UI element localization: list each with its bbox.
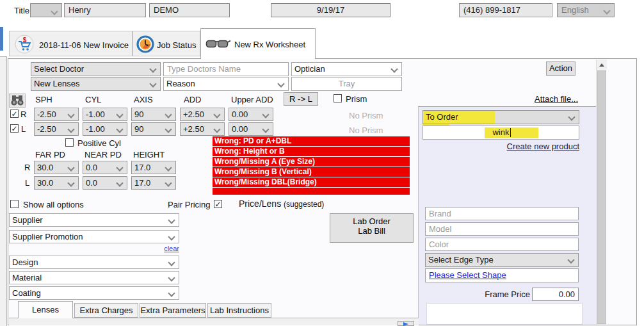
brand-input[interactable]: Brand [425, 207, 579, 220]
tab-job-status[interactable]: Job Status [133, 31, 200, 56]
upper-add-r-dropdown[interactable]: 0.00 [229, 108, 273, 121]
action-button[interactable]: Action [546, 61, 576, 76]
color-placeholder: Color [429, 240, 449, 249]
frame-price-input[interactable]: 0.00 [532, 288, 579, 301]
tab-lab-instructions[interactable]: Lab Instructions [207, 303, 271, 318]
sph-l-dropdown[interactable]: -2.50 [34, 122, 79, 136]
product-search-input[interactable]: wink [423, 126, 579, 140]
chevron-down-icon [213, 111, 220, 118]
add-r-dropdown[interactable]: +2.50 [180, 108, 225, 121]
supplier-value: Supplier [12, 215, 43, 225]
phone-field[interactable]: (416) 899-1817 [459, 3, 552, 17]
lab-order-button[interactable]: Lab Order Lab Bill [330, 213, 414, 243]
add-l-value: +2.50 [183, 124, 204, 134]
near-pd-r-dropdown[interactable]: 0.0 [83, 161, 127, 174]
chevron-down-icon [168, 289, 175, 297]
tab-lenses[interactable]: Lenses [18, 301, 73, 318]
no-prism-l-label: No Prism [349, 126, 383, 135]
error-bar: Wrong/Missing A (Eye Size) [213, 157, 410, 167]
select-doctor-dropdown[interactable]: Select Doctor [31, 62, 161, 76]
reason-dropdown[interactable]: Reason [163, 77, 289, 91]
height-r-dropdown[interactable]: 17.0 [131, 161, 176, 174]
chevron-down-icon [277, 80, 284, 87]
chevron-down-icon [116, 111, 123, 118]
error-bar: Wrong/Missing B (Vertical) [213, 167, 410, 177]
bottom-toolbar-button[interactable] [398, 321, 414, 326]
select-shape-link[interactable]: Please Select Shape [429, 270, 506, 280]
far-pd-l-dropdown[interactable]: 30.0 [34, 176, 79, 190]
last-name-field[interactable]: DEMO [149, 3, 230, 17]
coating-dropdown[interactable]: Coating [9, 286, 179, 300]
tab-new-invoice[interactable]: $ 2018-11-06 New Invoice [9, 31, 133, 56]
header-axis: AXIS [134, 95, 153, 104]
edge-type-value: Select Edge Type [428, 255, 494, 265]
add-r-value: +2.50 [183, 110, 204, 119]
optician-dropdown[interactable]: Optician [291, 62, 402, 76]
clear-link[interactable]: clear [115, 245, 179, 252]
no-prism-r-label: No Prism [349, 111, 383, 120]
positive-cyl-checkbox[interactable] [65, 138, 74, 147]
show-all-options-checkbox[interactable] [10, 200, 19, 208]
axis-l-dropdown[interactable]: 90 [131, 122, 176, 136]
pair-pricing-checkbox[interactable] [214, 200, 222, 208]
vertical-scrollbar[interactable] [596, 60, 606, 325]
scrollbar-thumb[interactable] [597, 70, 606, 324]
material-dropdown[interactable]: Material [9, 271, 179, 284]
supplier-dropdown[interactable]: Supplier [9, 213, 179, 227]
chevron-down-icon [567, 256, 574, 263]
color-input[interactable]: Color [425, 238, 579, 251]
model-input[interactable]: Model [425, 222, 579, 236]
product-status-value: To Order [426, 111, 458, 124]
attach-file-link[interactable]: Attach file... [508, 94, 578, 104]
tab-rx-worksheet[interactable]: New Rx Worksheet [200, 28, 316, 59]
eye-l-label: L [21, 124, 26, 134]
doctor-name-input[interactable]: Type Doctors Name [163, 62, 289, 76]
eye-r-checkbox[interactable] [10, 110, 19, 118]
near-pd-l-dropdown[interactable]: 0.0 [83, 176, 127, 190]
near-pd-l-value: 0.0 [86, 178, 97, 188]
edge-type-dropdown[interactable]: Select Edge Type [425, 253, 579, 267]
tab-extra-charges[interactable]: Extra Charges [74, 303, 138, 318]
add-l-dropdown[interactable]: +2.50 [180, 122, 225, 136]
sph-r-dropdown[interactable]: -2.50 [34, 108, 79, 121]
svg-text:$: $ [23, 37, 27, 44]
design-dropdown[interactable]: Design [9, 256, 179, 269]
lens-type-dropdown[interactable]: New Lenses [31, 77, 161, 91]
lens-type-value: New Lenses [34, 79, 80, 88]
error-bar: Wrong/Missing DBL(Bridge) [213, 177, 410, 187]
chevron-down-icon [149, 80, 156, 87]
tray-input[interactable]: Tray [291, 77, 402, 91]
select-shape-box[interactable]: Please Select Shape [425, 268, 579, 282]
scroll-up-button[interactable] [597, 60, 607, 70]
chevron-down-icon [168, 216, 175, 224]
chevron-down-icon [568, 113, 575, 120]
supplier-promotion-dropdown[interactable]: Supplier Promotion [9, 230, 179, 243]
upper-add-l-dropdown[interactable]: 0.00 [229, 122, 273, 136]
chevron-down-icon [149, 65, 156, 72]
chevron-down-icon [262, 111, 269, 118]
chevron-down-icon [67, 111, 74, 118]
height-l-dropdown[interactable]: 17.0 [131, 176, 176, 190]
eye-l-checkbox[interactable] [10, 124, 19, 133]
tab-label: New Rx Worksheet [234, 40, 305, 49]
show-all-options-label: Show all options [23, 200, 84, 209]
pd-r-label: R [24, 163, 30, 172]
title-select[interactable] [30, 3, 62, 17]
model-placeholder: Model [429, 224, 451, 234]
first-name-field[interactable]: Henry [64, 3, 146, 17]
r-to-l-button[interactable]: R -> L [284, 92, 318, 106]
date-field[interactable]: 9/19/17 [271, 3, 390, 17]
lab-order-line1: Lab Order [330, 216, 413, 226]
product-status-dropdown[interactable]: To Order [423, 110, 579, 124]
eye-r-label: R [20, 110, 26, 119]
search-binoculars-icon[interactable] [9, 94, 26, 108]
prism-checkbox[interactable] [334, 94, 342, 102]
material-value: Material [12, 273, 42, 282]
cyl-r-dropdown[interactable]: -1.00 [83, 108, 127, 121]
tab-extra-parameters[interactable]: Extra Parameters [140, 303, 206, 318]
axis-r-dropdown[interactable]: 90 [131, 108, 176, 121]
create-new-product-link[interactable]: Create new product [448, 142, 579, 151]
cyl-l-dropdown[interactable]: -1.00 [83, 122, 127, 136]
clock-icon [136, 35, 154, 56]
far-pd-r-dropdown[interactable]: 30.0 [34, 161, 79, 174]
